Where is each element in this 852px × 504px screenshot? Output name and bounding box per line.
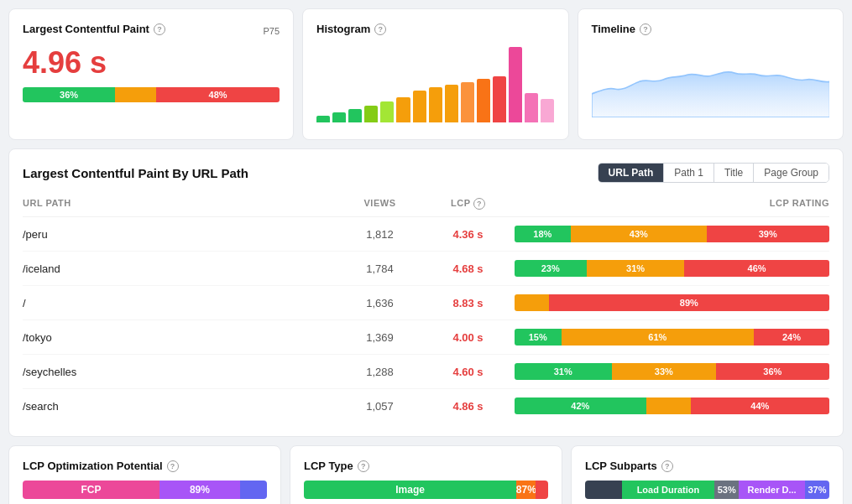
rating-segment: 44%: [691, 397, 829, 414]
rating-segment: 18%: [515, 226, 572, 242]
histogram-bar: [348, 109, 362, 122]
histogram-bar: [332, 112, 346, 122]
lcp-bar-segment: [115, 87, 156, 102]
lcp-cell: 4.36 s: [422, 228, 515, 241]
tab-url-path[interactable]: URL Path: [598, 164, 665, 182]
histogram-title-text: Histogram: [316, 23, 370, 35]
bar-segment: 53%: [714, 481, 739, 499]
lcp-cell: 8.83 s: [422, 297, 515, 309]
lcp-rating-bar: 36%48%: [23, 87, 280, 102]
views-cell: 1,784: [338, 262, 422, 275]
views-cell: 1,369: [338, 331, 422, 344]
table-row: /tokyo1,3694.00 s15%61%24%: [23, 320, 829, 355]
timeline-title: Timeline ?: [592, 23, 830, 35]
lcp-value: 4.96 s: [23, 45, 280, 81]
lcp-opt-help-icon[interactable]: ?: [167, 460, 179, 472]
url-cell: /peru: [23, 228, 338, 241]
col-lcp: LCP ?: [422, 198, 515, 210]
url-cell: /: [23, 297, 338, 309]
bottom-row: LCP Optimization Potential ? FCP89% LCP …: [8, 445, 844, 504]
histogram-bar: [477, 79, 490, 122]
lcp-opt-card: LCP Optimization Potential ? FCP89%: [8, 445, 281, 504]
url-cell: /seychelles: [23, 366, 338, 378]
bar-segment: FCP: [23, 481, 159, 499]
bar-segment: 37%: [805, 481, 829, 499]
tab-title[interactable]: Title: [714, 164, 754, 182]
lcp-type-title: LCP Type ?: [304, 460, 548, 472]
histogram-bar: [413, 91, 426, 122]
table-row: /seychelles1,2884.60 s31%33%36%: [23, 355, 829, 389]
histogram-bar: [509, 47, 522, 122]
middle-section: Largest Contentful Paint By URL Path URL…: [8, 148, 844, 437]
lcp-type-bar: Image87%: [304, 481, 548, 499]
lcp-title-text: Largest Contentful Paint: [23, 23, 149, 35]
histogram-bar: [493, 76, 506, 122]
bar-segment: 89%: [159, 481, 240, 499]
rating-segment: 24%: [754, 329, 829, 346]
lcp-col-help[interactable]: ?: [473, 198, 485, 210]
lcp-sub-title: LCP Subparts ?: [585, 460, 829, 472]
lcp-opt-title: LCP Optimization Potential ?: [23, 460, 267, 472]
lcp-sub-help-icon[interactable]: ?: [661, 460, 673, 472]
histogram-bar: [525, 93, 538, 122]
rating-bar-cell: 42%44%: [515, 397, 830, 414]
lcp-cell: 4.60 s: [422, 366, 515, 378]
bar-segment: Load Duration: [622, 481, 715, 499]
rating-bar-cell: 31%33%36%: [515, 363, 830, 380]
middle-title: Largest Contentful Paint By URL Path: [23, 166, 248, 180]
col-lcp-rating: LCP RATING: [515, 198, 830, 210]
bar-segment: [240, 481, 267, 499]
histogram-bar: [445, 85, 458, 122]
col-views: VIEWS: [338, 198, 422, 210]
rating-segment: [530, 294, 549, 311]
histogram-help-icon[interactable]: ?: [374, 23, 386, 35]
lcp-sub-card: LCP Subparts ? Load Duration53%Render D.…: [571, 445, 844, 504]
histogram-bar: [364, 106, 378, 122]
rating-segment: 31%: [515, 363, 612, 380]
timeline-card: Timeline ?: [578, 8, 844, 140]
timeline-help-icon[interactable]: ?: [640, 23, 651, 35]
rating-segment: [646, 397, 691, 414]
lcp-cell: 4.00 s: [422, 331, 515, 344]
table-header: URL PATH VIEWS LCP ? LCP RATING: [23, 195, 829, 217]
rating-segment: 89%: [549, 294, 829, 311]
lcp-help-icon[interactable]: ?: [154, 23, 165, 35]
lcp-cell: 4.86 s: [422, 400, 515, 413]
rating-segment: 46%: [684, 260, 829, 277]
rating-bar-cell: 15%61%24%: [515, 329, 830, 346]
histogram-bar: [396, 97, 410, 122]
timeline-title-text: Timeline: [592, 23, 636, 35]
tab-page-group[interactable]: Page Group: [754, 164, 828, 182]
rating-segment: 43%: [571, 226, 706, 242]
rating-segment: 42%: [515, 397, 647, 414]
views-cell: 1,288: [338, 366, 422, 378]
rating-segment: [515, 294, 531, 311]
table-row: /iceland1,7844.68 s23%31%46%: [23, 252, 829, 286]
lcp-opt-bar: FCP89%: [23, 481, 267, 499]
col-url-path: URL PATH: [23, 198, 338, 210]
rating-bar-cell: 89%: [515, 294, 830, 311]
views-cell: 1,812: [338, 228, 422, 241]
table-row: /search1,0574.86 s42%44%: [23, 389, 829, 423]
table-row: /1,6368.83 s89%: [23, 286, 829, 320]
lcp-type-title-text: LCP Type: [304, 460, 353, 472]
lcp-type-help-icon[interactable]: ?: [358, 460, 369, 472]
lcp-sub-title-text: LCP Subparts: [585, 460, 657, 472]
table-row: /peru1,8124.36 s18%43%39%: [23, 217, 829, 252]
lcp-type-card: LCP Type ? Image87%: [290, 445, 562, 504]
histogram-bar: [316, 116, 330, 122]
rating-segment: 23%: [515, 260, 587, 277]
histogram-title: Histogram ?: [316, 23, 555, 35]
p75-badge: P75: [263, 26, 280, 36]
middle-header: Largest Contentful Paint By URL Path URL…: [23, 163, 829, 183]
bar-segment: Render D...: [739, 481, 805, 499]
timeline-chart: [592, 42, 830, 117]
rating-segment: 33%: [612, 363, 716, 380]
tab-path-1[interactable]: Path 1: [664, 164, 714, 182]
rating-segment: 15%: [515, 329, 562, 346]
bar-segment: [536, 481, 548, 499]
views-cell: 1,057: [338, 400, 422, 413]
bar-segment: [585, 481, 622, 499]
histogram-bar: [461, 82, 474, 122]
lcp-card: Largest Contentful Paint ? P75 4.96 s 36…: [8, 8, 294, 140]
